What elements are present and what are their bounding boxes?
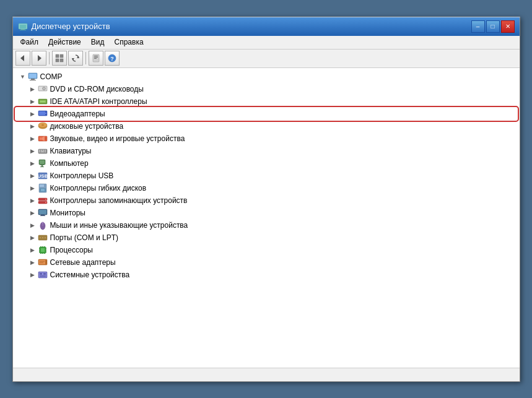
net-icon bbox=[38, 257, 48, 267]
svg-rect-8 bbox=[56, 59, 59, 62]
usb-expander[interactable]: ▶ bbox=[28, 171, 38, 181]
tree-item-video[interactable]: ▶ Видеоадаптеры bbox=[15, 108, 517, 120]
keyboard-expander[interactable]: ▶ bbox=[28, 146, 38, 156]
svg-point-72 bbox=[45, 237, 46, 238]
title-buttons: – □ ✕ bbox=[471, 20, 515, 33]
ide-label: IDE ATA/ATAPI контроллеры bbox=[50, 97, 147, 106]
svg-text:USB: USB bbox=[38, 173, 48, 179]
title-bar-left: Диспетчер устройств bbox=[18, 22, 110, 32]
svg-rect-43 bbox=[45, 150, 46, 151]
svg-rect-13 bbox=[94, 56, 98, 56]
tree-item-keyboard[interactable]: ▶ Клавиатуры bbox=[15, 145, 517, 157]
properties-button[interactable] bbox=[89, 51, 103, 66]
refresh-button[interactable] bbox=[68, 51, 83, 66]
computer-icon2 bbox=[38, 158, 48, 168]
title-bar-icon bbox=[18, 22, 28, 32]
svg-point-32 bbox=[45, 113, 46, 114]
help-button[interactable]: ? bbox=[105, 51, 120, 66]
ports-icon bbox=[38, 233, 48, 243]
svg-text:?: ? bbox=[110, 56, 114, 62]
svg-rect-44 bbox=[39, 151, 40, 152]
tree-item-proc[interactable]: ▶ Процес bbox=[15, 244, 517, 256]
sound-expander[interactable]: ▶ bbox=[28, 134, 38, 144]
net-expander[interactable]: ▶ bbox=[28, 257, 38, 267]
forward-button[interactable] bbox=[32, 51, 46, 66]
tree-item-floppy[interactable]: ▶ Контроллеры гибких дисков bbox=[15, 182, 517, 194]
tree-item-computer[interactable]: ▶ Компьютер bbox=[15, 157, 517, 170]
menu-view[interactable]: Вид bbox=[86, 37, 110, 48]
show-hidden-button[interactable] bbox=[52, 51, 67, 66]
svg-point-60 bbox=[45, 199, 46, 200]
svg-marker-5 bbox=[38, 55, 41, 61]
svg-rect-19 bbox=[29, 74, 37, 78]
svg-rect-51 bbox=[40, 167, 44, 167]
proc-expander[interactable]: ▶ bbox=[28, 245, 38, 255]
tree-item-sysdev[interactable]: ▶ Системные устройства bbox=[15, 269, 517, 281]
tree-item-cdrom[interactable]: ▶ DVD и CD-ROM дисководы bbox=[15, 83, 517, 95]
ports-expander[interactable]: ▶ bbox=[28, 233, 38, 243]
tree-item-monitor[interactable]: ▶ Мониторы bbox=[15, 207, 517, 219]
tree-item-ports[interactable]: ▶ Порты (COM и LPT) bbox=[15, 231, 517, 244]
tree-item-sound[interactable]: ▶ Звуковые, видео и игровые устройства bbox=[15, 132, 517, 145]
svg-point-68 bbox=[42, 222, 43, 223]
restore-button[interactable]: □ bbox=[486, 20, 500, 33]
monitor-expander[interactable]: ▶ bbox=[28, 208, 38, 218]
storage-label: Контроллеры запоминающих устройств bbox=[50, 196, 188, 205]
tree-item-mouse[interactable]: ▶ Мыши и иные указывающие устройства bbox=[15, 219, 517, 231]
cdrom-expander[interactable]: ▶ bbox=[28, 84, 38, 94]
back-button[interactable] bbox=[15, 51, 30, 66]
usb-label: Контроллеры USB bbox=[50, 171, 114, 180]
svg-rect-15 bbox=[94, 58, 97, 59]
menu-help[interactable]: Справка bbox=[110, 37, 149, 48]
sysdev-expander[interactable]: ▶ bbox=[28, 270, 38, 280]
svg-rect-74 bbox=[41, 248, 45, 252]
root-expander[interactable]: ▼ bbox=[18, 72, 28, 82]
svg-rect-14 bbox=[94, 57, 98, 58]
svg-rect-95 bbox=[43, 273, 46, 275]
disk-expander[interactable]: ▶ bbox=[28, 121, 38, 131]
proc-icon bbox=[38, 245, 48, 255]
tree-item-storage[interactable]: ▶ Контроллеры запоминающих устройств bbox=[15, 194, 517, 207]
tree-item-ide[interactable]: ▶ IDE ATA/ATAPI контроллеры bbox=[15, 95, 517, 108]
svg-rect-88 bbox=[39, 260, 45, 264]
root-label: COMP bbox=[40, 72, 63, 81]
window-title: Диспетчер устройств bbox=[32, 22, 110, 31]
main-window: Диспетчер устройств – □ ✕ Файл Действие … bbox=[12, 17, 520, 382]
close-button[interactable]: ✕ bbox=[501, 20, 515, 33]
proc-label: Процессоры bbox=[50, 246, 94, 254]
ide-expander[interactable]: ▶ bbox=[28, 97, 38, 106]
svg-rect-49 bbox=[40, 165, 44, 165]
minimize-button[interactable]: – bbox=[471, 20, 485, 33]
svg-point-25 bbox=[43, 88, 45, 89]
svg-point-35 bbox=[41, 124, 44, 125]
title-bar: Диспетчер устройств – □ ✕ bbox=[13, 17, 520, 36]
tree-item-net[interactable]: ▶ Сетевые адаптеры bbox=[15, 256, 517, 269]
ports-label: Порты (COM и LPT) bbox=[50, 233, 119, 242]
storage-expander[interactable]: ▶ bbox=[28, 196, 38, 205]
video-expander[interactable]: ▶ bbox=[28, 109, 38, 119]
statusbar bbox=[13, 368, 520, 381]
tree-root[interactable]: ▼ COMP bbox=[15, 71, 517, 83]
computer-expander[interactable]: ▶ bbox=[28, 158, 38, 168]
svg-rect-1 bbox=[20, 25, 26, 28]
svg-rect-20 bbox=[31, 79, 35, 80]
svg-rect-89 bbox=[46, 261, 46, 264]
svg-rect-7 bbox=[60, 54, 63, 58]
disk-icon bbox=[38, 121, 48, 131]
usb-icon: USB bbox=[38, 171, 48, 181]
monitor-icon bbox=[38, 208, 48, 218]
svg-rect-9 bbox=[60, 59, 63, 62]
tree-item-disk[interactable]: ▶ дисковые устройства bbox=[15, 120, 517, 132]
floppy-expander[interactable]: ▶ bbox=[28, 183, 38, 193]
tree-item-usb[interactable]: ▶ USB Контроллеры USB bbox=[15, 170, 517, 182]
ide-icon bbox=[38, 97, 48, 106]
disk-label: дисковые устройства bbox=[50, 122, 124, 131]
device-tree[interactable]: ▼ COMP ▶ DVD и bbox=[13, 68, 520, 368]
svg-rect-65 bbox=[40, 215, 45, 216]
svg-rect-41 bbox=[41, 150, 42, 151]
menu-file[interactable]: Файл bbox=[15, 37, 44, 48]
menu-action[interactable]: Действие bbox=[43, 37, 86, 48]
floppy-icon bbox=[38, 183, 48, 193]
mouse-expander[interactable]: ▶ bbox=[28, 220, 38, 230]
toolbar-separator-1 bbox=[49, 52, 50, 64]
